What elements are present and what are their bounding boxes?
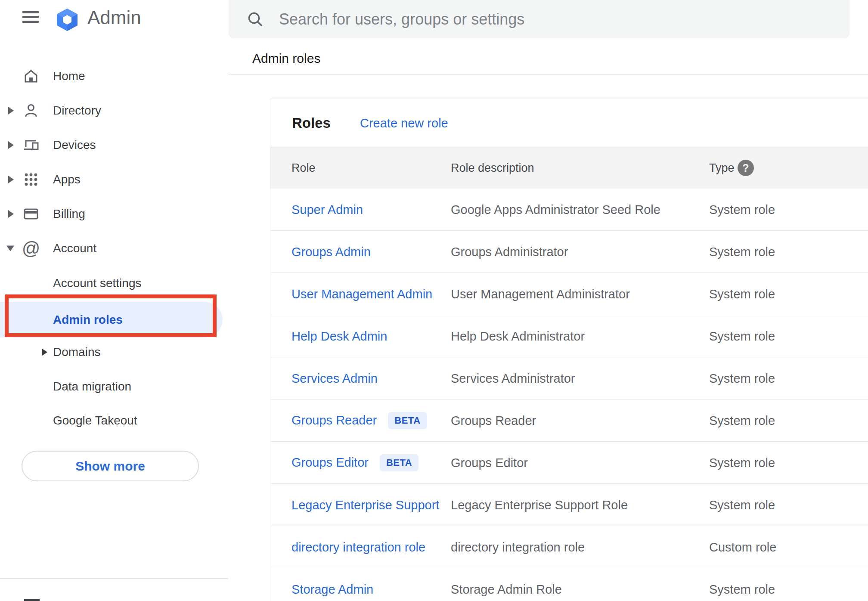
table-row: Legacy Enterprise Support Legacy Enterpr… — [270, 484, 868, 526]
table-row: Storage Admin Storage Admin Role System … — [270, 568, 868, 601]
search-placeholder: Search for users, groups or settings — [279, 0, 524, 38]
role-type: System role — [709, 245, 775, 259]
role-description: User Management Administrator — [451, 287, 630, 301]
role-type: Custom role — [709, 540, 776, 554]
chevron-right-icon[interactable] — [8, 176, 14, 183]
card-title: Roles — [292, 115, 331, 131]
sidebar-item-label: Domains — [53, 345, 100, 359]
sidebar-item-label: Account settings — [53, 276, 141, 290]
role-link[interactable]: Groups Admin — [291, 245, 371, 259]
role-link[interactable]: User Management Admin — [291, 287, 432, 301]
card-header: Roles Create new role — [270, 99, 868, 147]
sidebar-item-domains[interactable]: Domains — [0, 335, 228, 369]
role-link[interactable]: Help Desk Admin — [291, 329, 387, 343]
role-type: System role — [709, 371, 775, 385]
beta-badge: BETA — [380, 454, 418, 471]
role-type: System role — [709, 455, 775, 470]
roles-card: Roles Create new role Role Role descript… — [270, 99, 868, 601]
role-type: System role — [709, 582, 775, 596]
role-type: System role — [709, 413, 775, 428]
sidebar-item-account-settings[interactable]: Account settings — [0, 266, 228, 300]
table-row: Help Desk Admin Help Desk Administrator … — [270, 315, 868, 357]
role-link[interactable]: Groups Reader — [291, 413, 377, 428]
role-link[interactable]: Legacy Enterprise Support — [291, 498, 439, 512]
billing-icon — [22, 205, 40, 223]
chevron-right-icon[interactable] — [8, 210, 14, 218]
sidebar-header: Admin — [0, 0, 228, 43]
help-icon[interactable]: ? — [738, 160, 754, 176]
search-icon — [245, 9, 265, 29]
role-description: Legacy Enterprise Support Role — [451, 498, 628, 512]
header-divider — [228, 74, 868, 75]
breadcrumb: Admin roles — [252, 51, 320, 66]
sidebar-item-label: Billing — [53, 207, 85, 221]
sidebar-item-directory[interactable]: Directory — [0, 93, 228, 128]
role-description: Groups Reader — [451, 413, 536, 428]
role-description: Services Administrator — [451, 371, 575, 385]
chevron-right-icon[interactable] — [8, 107, 14, 115]
role-type: System role — [709, 202, 775, 217]
sidebar-item-label: Admin roles — [53, 313, 123, 327]
menu-icon[interactable] — [22, 11, 39, 24]
table-row: directory integration role directory int… — [270, 526, 868, 568]
role-link[interactable]: Storage Admin — [291, 582, 373, 596]
directory-icon — [22, 102, 40, 119]
role-type: System role — [709, 329, 775, 343]
role-description: Google Apps Administrator Seed Role — [451, 202, 660, 217]
sidebar-item-devices[interactable]: Devices — [0, 128, 228, 162]
sidebar-item-home[interactable]: Home — [0, 59, 228, 93]
role-link[interactable]: directory integration role — [291, 540, 425, 554]
account-icon: @ — [22, 240, 40, 257]
role-link[interactable]: Services Admin — [291, 371, 378, 385]
table-row: User Management Admin User Management Ad… — [270, 273, 868, 315]
table-row: Groups Admin Groups Administrator System… — [270, 231, 868, 273]
beta-badge: BETA — [388, 412, 427, 429]
search-input[interactable]: Search for users, groups or settings — [229, 0, 849, 38]
feedback-icon[interactable] — [24, 599, 40, 601]
role-description: Groups Administrator — [451, 245, 568, 259]
admin-logo-icon — [55, 8, 79, 32]
role-description: Help Desk Administrator — [451, 329, 585, 343]
sidebar-item-label: Apps — [53, 173, 81, 186]
chevron-down-icon[interactable] — [6, 246, 14, 251]
sidebar-item-account[interactable]: @ Account — [0, 231, 228, 266]
home-icon — [22, 68, 40, 85]
sidebar-item-label: Google Takeout — [53, 414, 137, 428]
sidebar-item-label: Devices — [53, 138, 96, 152]
table-row: Groups Editor BETA Groups Editor System … — [270, 442, 868, 484]
sidebar-item-data-migration[interactable]: Data migration — [0, 369, 228, 404]
sidebar-divider — [0, 578, 228, 579]
role-type: System role — [709, 287, 775, 301]
table-row: Groups Reader BETA Groups Reader System … — [270, 400, 868, 442]
role-description: directory integration role — [451, 540, 585, 554]
sidebar-item-admin-roles[interactable]: Admin roles — [0, 302, 223, 338]
show-more-button[interactable]: Show more — [22, 451, 199, 481]
apps-icon — [22, 171, 40, 188]
role-description: Storage Admin Role — [451, 582, 562, 596]
devices-icon — [22, 136, 40, 154]
sidebar-item-label: Directory — [53, 104, 101, 118]
sidebar-item-apps[interactable]: Apps — [0, 162, 228, 197]
column-header-role: Role — [291, 161, 316, 175]
sidebar-item-label: Account — [53, 242, 96, 255]
sidebar-item-label: Data migration — [53, 380, 131, 393]
role-description: Groups Editor — [451, 455, 528, 470]
chevron-right-icon[interactable] — [42, 349, 47, 356]
table-row: Super Admin Google Apps Administrator Se… — [270, 189, 868, 231]
column-header-type: Type — [709, 161, 735, 175]
table-header-row: Role Role description Type ? — [270, 147, 868, 189]
chevron-right-icon[interactable] — [8, 141, 14, 149]
create-new-role-link[interactable]: Create new role — [360, 116, 448, 130]
sidebar-item-google-takeout[interactable]: Google Takeout — [0, 403, 228, 438]
role-link[interactable]: Super Admin — [291, 202, 363, 217]
sidebar-item-billing[interactable]: Billing — [0, 197, 228, 231]
column-header-role-description: Role description — [451, 161, 534, 175]
role-link[interactable]: Groups Editor — [291, 455, 369, 470]
sidebar-item-label: Home — [53, 69, 85, 83]
app-title: Admin — [87, 7, 141, 28]
table-row: Services Admin Services Administrator Sy… — [270, 357, 868, 400]
role-type: System role — [709, 498, 775, 512]
sidebar: Admin Home Directory Devices — [0, 0, 228, 601]
